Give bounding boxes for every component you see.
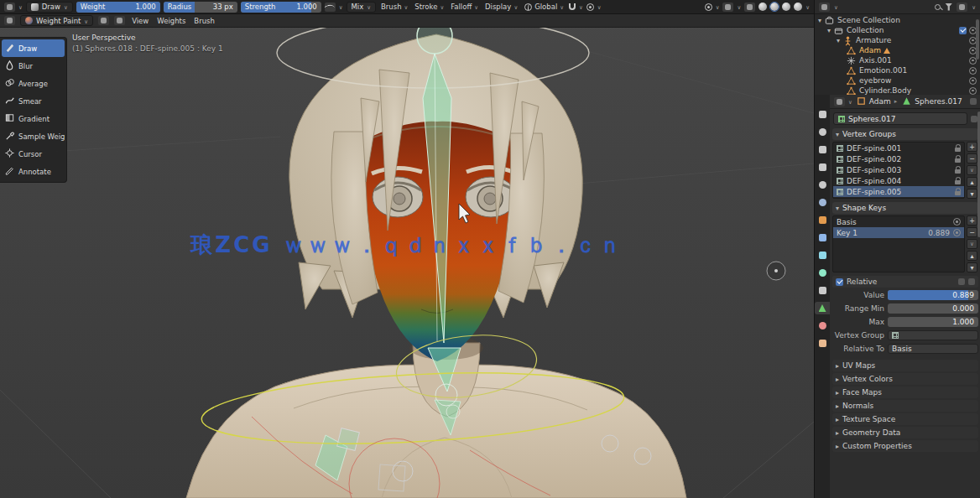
shading-rendered-icon[interactable]	[794, 3, 802, 11]
snap-chevron-icon[interactable]	[579, 3, 583, 11]
visibility-eye-icon[interactable]	[969, 77, 977, 85]
collapsed-panel[interactable]: Face Maps	[832, 386, 978, 398]
pin-icon[interactable]	[970, 98, 977, 105]
show-gizmo-icon[interactable]	[705, 3, 712, 11]
menu-falloff[interactable]: Falloff	[449, 3, 480, 11]
mix-mode-dropdown[interactable]: Mix	[347, 2, 377, 13]
xray-toggle-icon[interactable]	[744, 3, 755, 12]
range-min-field[interactable]: 0.000	[888, 303, 978, 314]
collapsed-panel[interactable]: Vertex Colors	[832, 373, 978, 385]
search-icon[interactable]	[935, 4, 941, 10]
pin-shape-icon[interactable]	[958, 278, 965, 285]
outliner-item[interactable]: Cylinder.Body	[815, 86, 980, 95]
vertex-group-item[interactable]: DEF-spine.001	[833, 143, 964, 153]
collapsed-panel[interactable]: Normals	[832, 400, 978, 412]
menu-display[interactable]: Display	[483, 3, 519, 11]
edit-mode-display-icon[interactable]	[968, 278, 975, 285]
outliner-item[interactable]: Scene Collection	[815, 15, 980, 25]
mode-dropdown[interactable]: Weight Paint	[20, 15, 93, 26]
outliner-item[interactable]: Collection	[815, 25, 980, 35]
properties-tab[interactable]	[815, 284, 830, 297]
remove-vertex-group-button[interactable]	[967, 153, 977, 163]
lock-icon[interactable]	[955, 158, 961, 163]
visibility-eye-icon[interactable]	[969, 87, 977, 95]
strength-slider[interactable]: Strength 1.000	[241, 2, 321, 13]
shape-key-specials-button[interactable]	[967, 239, 977, 249]
filter-funnel-icon[interactable]	[945, 3, 952, 11]
editor-type-chevron-icon[interactable]	[18, 3, 23, 11]
menu-weights[interactable]: Weights	[155, 17, 187, 25]
properties-tab[interactable]	[815, 126, 830, 138]
brush-selector[interactable]: Draw	[26, 2, 73, 13]
gizmo-chevron-icon[interactable]	[716, 3, 720, 11]
outliner-options-chevron-icon[interactable]	[972, 3, 976, 11]
outliner-options-icon[interactable]	[957, 3, 967, 12]
paint-mask-vertex-icon[interactable]	[114, 16, 125, 25]
datablock-name-field[interactable]: Spheres.017	[833, 112, 967, 125]
shading-solid-icon[interactable]	[770, 3, 779, 11]
properties-tab[interactable]	[815, 249, 830, 262]
radius-slider[interactable]: Radius 33 px	[164, 2, 237, 13]
proportional-chevron-icon[interactable]	[597, 3, 602, 11]
properties-tab[interactable]	[815, 108, 830, 121]
collapsed-panel[interactable]: Custom Properties	[832, 440, 978, 452]
breadcrumb-item[interactable]: Adam	[856, 96, 891, 108]
disclosure-triangle-icon[interactable]	[827, 26, 831, 34]
relative-to-field[interactable]: Basis	[888, 344, 978, 354]
toolbar-tool[interactable]: Average	[2, 75, 65, 92]
outliner-item[interactable]: eyebrow	[815, 75, 980, 86]
add-shape-key-button[interactable]	[967, 215, 977, 226]
lock-icon[interactable]	[955, 148, 961, 152]
range-max-field[interactable]: 1.000	[888, 317, 978, 327]
shading-wireframe-icon[interactable]	[758, 3, 767, 11]
falloff-chevron-icon[interactable]	[339, 3, 343, 11]
editor-type-icon[interactable]	[4, 3, 15, 12]
properties-tab[interactable]	[815, 179, 830, 191]
outliner-item[interactable]: Axis.001	[815, 55, 980, 65]
move-key-up-button[interactable]	[967, 251, 977, 261]
menu-stroke[interactable]: Stroke	[413, 3, 446, 11]
vertex-group-item[interactable]: DEF-spine.005	[833, 186, 964, 197]
vertex-group-item[interactable]: DEF-spine.004	[833, 175, 964, 186]
outliner-item[interactable]: Armature	[815, 35, 980, 45]
disclosure-triangle-icon[interactable]	[837, 36, 840, 44]
shape-keys-panel-header[interactable]: Shape Keys	[832, 202, 978, 214]
lock-icon[interactable]	[955, 169, 961, 174]
properties-tab[interactable]	[815, 161, 830, 174]
overlays-icon[interactable]	[722, 3, 733, 12]
shading-material-icon[interactable]	[782, 3, 790, 11]
menu-brush[interactable]: Brush	[379, 3, 409, 11]
shape-key-item[interactable]: Basis	[833, 216, 964, 227]
proportional-edit-icon[interactable]	[586, 3, 594, 11]
properties-editor-type-icon[interactable]	[834, 97, 845, 106]
toolbar-tool[interactable]: Draw	[2, 39, 65, 57]
outliner-editor-type-icon[interactable]	[819, 3, 830, 12]
vertex-group-item[interactable]: DEF-spine.003	[833, 164, 964, 175]
remove-shape-key-button[interactable]	[967, 227, 977, 237]
disclosure-triangle-icon[interactable]	[818, 16, 821, 24]
breadcrumb-item[interactable]: Spheres.017	[894, 96, 962, 108]
shading-chevron-icon[interactable]	[805, 3, 810, 11]
toolbar-tool[interactable]: Annotate	[2, 163, 65, 180]
vertex-group-item[interactable]: DEF-spine.002	[833, 153, 964, 164]
add-vertex-group-button[interactable]	[967, 142, 977, 152]
outliner-editor-chevron-icon[interactable]	[834, 3, 838, 11]
shape-key-mute-eye-icon[interactable]	[953, 218, 961, 226]
outliner-scrollbar[interactable]	[976, 19, 979, 60]
menu-view[interactable]: View	[130, 17, 150, 25]
shape-key-mute-eye-icon[interactable]	[953, 229, 961, 236]
weight-slider[interactable]: Weight 1.000	[76, 2, 160, 13]
toolbar-tool[interactable]: Blur	[2, 57, 65, 75]
relative-checkbox[interactable]	[836, 278, 843, 286]
orientation-dropdown[interactable]: Global	[523, 3, 566, 11]
move-group-down-button[interactable]	[967, 189, 977, 199]
collection-checkbox[interactable]	[959, 27, 967, 34]
toolbar-tool[interactable]: Smear	[2, 92, 65, 110]
overlays-chevron-icon[interactable]	[737, 3, 741, 11]
falloff-curve-icon[interactable]	[325, 3, 336, 12]
properties-tab[interactable]	[815, 337, 830, 350]
properties-tab[interactable]	[815, 143, 830, 156]
shape-key-item[interactable]: Key 1 0.889	[833, 227, 964, 238]
properties-tab[interactable]	[815, 214, 830, 226]
vertex-groups-panel-header[interactable]: Vertex Groups	[832, 128, 978, 140]
